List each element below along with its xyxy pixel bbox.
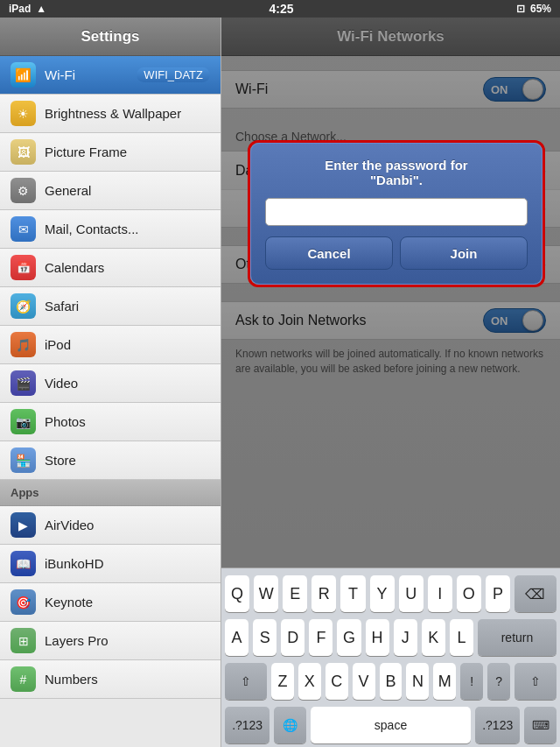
sidebar-item-ipod[interactable]: 🎵 iPod [0, 326, 220, 364]
mail-icon: ✉ [10, 216, 36, 242]
picture-frame-icon: 🖼 [10, 139, 36, 165]
sidebar-item-store[interactable]: 🏪 Store [0, 441, 220, 480]
key-u[interactable]: U [399, 575, 424, 612]
key-d[interactable]: D [281, 619, 304, 656]
safari-icon: 🧭 [10, 293, 36, 319]
sidebar-item-photos[interactable]: 📷 Photos [0, 403, 220, 441]
sidebar-item-safari[interactable]: 🧭 Safari [0, 287, 220, 326]
key-h[interactable]: H [366, 619, 389, 656]
numbers-icon: # [10, 666, 36, 692]
shift-key[interactable]: ⇧ [225, 663, 267, 700]
general-label: General [45, 183, 210, 198]
delete-key[interactable]: ⌫ [514, 575, 556, 612]
key-p[interactable]: P [486, 575, 510, 612]
numbers-key-left[interactable]: .?123 [225, 707, 270, 743]
ibunko-label: iBunkoHD [45, 556, 210, 571]
shift-key-right[interactable]: ⇧ [514, 663, 556, 700]
sidebar-item-video[interactable]: 🎬 Video [0, 364, 220, 403]
keyboard-row-1: Q W E R T Y U I O P ⌫ [225, 575, 556, 612]
key-k[interactable]: K [422, 619, 445, 656]
key-z[interactable]: Z [271, 663, 294, 700]
key-e[interactable]: E [283, 575, 307, 612]
status-time: 4:25 [270, 2, 294, 16]
store-label: Store [45, 453, 210, 468]
sidebar-item-ibunko[interactable]: 📖 iBunkoHD [0, 545, 220, 583]
general-icon: ⚙ [10, 178, 36, 203]
dialog-buttons: Cancel Join [265, 236, 528, 270]
apps-section-label: Apps [10, 486, 39, 499]
numbers-label: Numbers [45, 672, 210, 687]
status-left: iPad ▲ [9, 3, 46, 15]
join-button[interactable]: Join [400, 236, 528, 270]
keyboard-row-3: ⇧ Z X C V B N M ! ? ⇧ [225, 663, 556, 700]
keynote-icon: 🎯 [10, 589, 36, 615]
sidebar-item-mail[interactable]: ✉ Mail, Contacts... [0, 210, 220, 249]
keyboard-dismiss-key[interactable]: ⌨ [524, 707, 556, 743]
key-q[interactable]: Q [225, 575, 249, 612]
cancel-button[interactable]: Cancel [265, 236, 393, 270]
mail-label: Mail, Contacts... [45, 222, 210, 236]
ipod-icon: 🎵 [10, 332, 36, 357]
sidebar-item-numbers[interactable]: # Numbers [0, 660, 220, 699]
video-icon: 🎬 [10, 370, 36, 396]
key-b[interactable]: B [380, 663, 402, 700]
wifi-status-icon: ▲ [36, 3, 46, 15]
sidebar-item-keynote[interactable]: 🎯 Keynote [0, 583, 220, 622]
device-label: iPad [9, 3, 31, 15]
space-key[interactable]: space [311, 707, 471, 743]
sidebar-item-brightness[interactable]: ☀ Brightness & Wallpaper [0, 95, 220, 133]
calendars-label: Calendars [45, 260, 210, 275]
dialog-inner: Enter the password for"Danbi". Cancel Jo… [250, 143, 542, 285]
key-i[interactable]: I [428, 575, 452, 612]
numbers-key-right[interactable]: .?123 [475, 707, 520, 743]
sidebar-item-picture-frame[interactable]: 🖼 Picture Frame [0, 133, 220, 172]
key-c[interactable]: C [326, 663, 348, 700]
key-m[interactable]: M [433, 663, 456, 700]
key-g[interactable]: G [337, 619, 360, 656]
key-a[interactable]: A [225, 619, 248, 656]
key-t[interactable]: T [340, 575, 365, 612]
sidebar-item-layers[interactable]: ⊞ Layers Pro [0, 622, 220, 660]
battery-label: 65% [530, 3, 551, 15]
key-v[interactable]: V [353, 663, 375, 700]
picture-frame-label: Picture Frame [45, 144, 210, 159]
sidebar-item-wifi[interactable]: 📶 Wi-Fi WIFI_DATZ [0, 56, 220, 95]
keyboard-row-4: .?123 🌐 space .?123 ⌨ [225, 707, 556, 743]
layers-label: Layers Pro [45, 633, 210, 648]
key-x[interactable]: X [298, 663, 321, 700]
ibunko-icon: 📖 [10, 551, 36, 576]
layers-icon: ⊞ [10, 628, 36, 653]
sidebar-header: Settings [0, 18, 220, 56]
key-l[interactable]: L [450, 619, 473, 656]
sidebar: Settings 📶 Wi-Fi WIFI_DATZ ☀ Brightness … [0, 18, 221, 747]
airvideo-label: AirVideo [45, 518, 210, 532]
key-r[interactable]: R [312, 575, 336, 612]
status-bar: iPad ▲ 4:25 ⊡ 65% [0, 0, 560, 18]
emoji-key[interactable]: 🌐 [274, 707, 306, 743]
sim-icon: ⊡ [516, 3, 525, 15]
return-key[interactable]: return [478, 619, 556, 656]
calendars-icon: 📅 [10, 255, 36, 280]
keynote-label: Keynote [45, 595, 210, 610]
keyboard: Q W E R T Y U I O P ⌫ A S D F G H J [221, 567, 560, 747]
key-y[interactable]: Y [370, 575, 395, 612]
key-j[interactable]: J [394, 619, 417, 656]
keyboard-row-2: A S D F G H J K L return [225, 619, 556, 656]
sidebar-item-airvideo[interactable]: ▶ AirVideo [0, 506, 220, 545]
exclaim-key[interactable]: ! [460, 663, 483, 700]
key-s[interactable]: S [253, 619, 276, 656]
key-f[interactable]: F [309, 619, 332, 656]
apps-section-header: Apps [0, 480, 220, 506]
key-w[interactable]: W [254, 575, 278, 612]
password-input[interactable] [265, 198, 528, 226]
key-n[interactable]: N [406, 663, 429, 700]
question-key[interactable]: ? [487, 663, 510, 700]
sidebar-item-general[interactable]: ⚙ General [0, 172, 220, 210]
sidebar-item-calendars[interactable]: 📅 Calendars [0, 249, 220, 287]
main-container: Settings 📶 Wi-Fi WIFI_DATZ ☀ Brightness … [0, 18, 560, 747]
wifi-icon: 📶 [10, 62, 36, 88]
photos-label: Photos [45, 414, 210, 429]
right-panel: Wi-Fi Networks Wi-Fi ON Choose a Network… [221, 18, 560, 747]
key-o[interactable]: O [457, 575, 481, 612]
wifi-label: Wi-Fi [45, 67, 128, 82]
